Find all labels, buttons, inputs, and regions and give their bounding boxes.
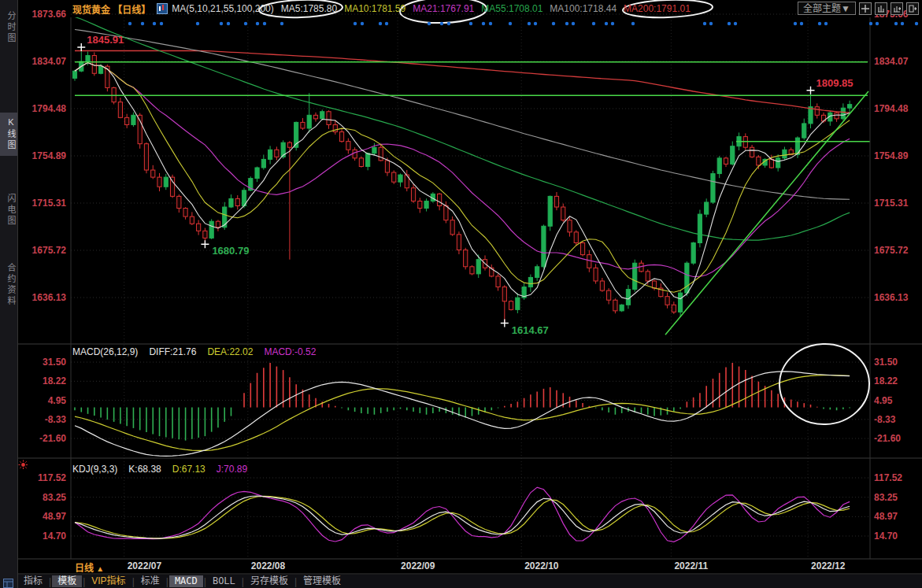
detach-window-icon[interactable] <box>906 2 919 15</box>
ma100-value: MA100:1718.44 <box>550 3 617 14</box>
kdj-d-value: D:67.13 <box>172 464 206 475</box>
toolbar-tab-4[interactable]: 标准 <box>135 575 165 587</box>
chart-header: 现货黄金 【日线】 MA(5,10,21,55,100,200) MA5:178… <box>18 0 922 17</box>
axis-label: 1636.13 <box>32 292 67 303</box>
sidebar: 分时图K线图闪电图合约资料 <box>0 0 18 588</box>
axis-label: -8.33 <box>874 414 896 425</box>
ma100-line <box>75 30 850 200</box>
axis-label: 1715.31 <box>874 198 909 209</box>
axis-label: 1636.13 <box>874 292 909 303</box>
axis-label: 1715.31 <box>32 198 67 209</box>
axis-label: 1675.72 <box>32 245 67 256</box>
kdj-title: KDJ(9,3,3) <box>72 464 117 475</box>
macd-dea-value: DEA:22.02 <box>207 346 253 357</box>
axis-label: 2022/08 <box>251 560 286 571</box>
trend-drawn-line[interactable] <box>665 91 868 335</box>
axis-label: 4.95 <box>48 395 67 406</box>
sidebar-item-2[interactable]: K线图 <box>0 113 17 156</box>
axis-label: 18.22 <box>43 375 66 386</box>
axis-label: 14.70 <box>874 531 898 542</box>
axis-label: 1754.89 <box>874 150 909 161</box>
price-mark-label: 1614.67 <box>512 324 549 336</box>
axis-label: 2022/10 <box>524 560 559 571</box>
ma55-value: MA55:1708.01 <box>481 3 542 14</box>
toolbar-tab-7[interactable]: 另存模板 <box>245 575 294 587</box>
price-cross-marker <box>77 43 85 51</box>
axis-label: 2022/11 <box>674 560 708 571</box>
kdj-panel-header: KDJ(9,3,3) K:68.38 D:67.13 J:70.89 <box>72 464 247 475</box>
pan-icon[interactable] <box>859 2 872 15</box>
macd-diff-value: DIFF:21.76 <box>149 346 196 357</box>
ma200-value: MA200:1791.01 <box>624 3 691 14</box>
macd-title: MACD(26,12,9) <box>72 346 138 357</box>
price-cross-marker <box>201 240 209 248</box>
axis-label: 14.70 <box>43 531 66 542</box>
axis-label: 31.50 <box>43 357 66 368</box>
ma10-value: MA10:1781.59 <box>344 3 405 14</box>
period-dropdown-arrow-icon: ▲ <box>96 564 104 573</box>
macd-layer[interactable] <box>75 363 850 456</box>
chart-canvas[interactable]: 1873.661873.661834.071834.071794.481794.… <box>0 0 922 588</box>
axis-label: 2022/12 <box>811 560 846 571</box>
axis-label: 1794.48 <box>874 103 909 114</box>
trading-app-window: 1873.661873.661834.071834.071794.481794.… <box>0 0 922 588</box>
toolbar-tab-6[interactable]: BOLL <box>207 575 241 587</box>
axis-label: 83.25 <box>874 492 898 503</box>
kdj-layer[interactable] <box>75 487 850 542</box>
price-mark-label: 1809.85 <box>816 77 853 89</box>
axis-label: 117.52 <box>38 472 66 483</box>
zoom-fit-icon[interactable] <box>875 2 887 15</box>
axis-label: 2022/09 <box>401 560 435 571</box>
axis-label: 1794.48 <box>32 103 67 114</box>
highlight-ellipse-annotation <box>778 342 870 426</box>
ma200-line <box>75 51 850 113</box>
ma21-value: MA21:1767.91 <box>413 3 474 14</box>
axis-label: 117.52 <box>874 472 902 483</box>
toolbar-tab-1[interactable]: 指标 <box>18 575 48 587</box>
axis-label: 4.95 <box>874 395 893 406</box>
axis-label: 48.97 <box>43 511 66 522</box>
axis-label: 1675.72 <box>874 245 909 256</box>
theme-selector-button[interactable]: 全部主题▼ <box>798 2 856 15</box>
price-mark-label: 1680.79 <box>212 245 249 257</box>
ma5-value: MA5:1785.80 <box>281 3 337 14</box>
axis-label: -21.60 <box>39 433 66 444</box>
sidebar-item-1[interactable]: 分时图 <box>0 6 17 49</box>
diff-line <box>75 372 850 457</box>
period-label: 日线 <box>75 563 94 574</box>
macd-panel-header: MACD(26,12,9) DIFF:21.76 DEA:22.02 MACD:… <box>72 346 316 357</box>
ma10-line <box>75 63 850 293</box>
candlestick-series <box>72 47 851 323</box>
window-layout-icon[interactable] <box>3 577 13 588</box>
axis-label: -21.60 <box>874 433 901 444</box>
sidebar-item-4[interactable]: 合约资料 <box>0 258 17 312</box>
axis-label: 31.50 <box>874 357 898 368</box>
toolbar-tab-5[interactable]: MACD <box>169 575 203 587</box>
j-line <box>75 487 850 542</box>
scale-right-icon[interactable] <box>891 2 903 15</box>
symbol-title: 现货黄金 【日线】 <box>72 2 150 16</box>
axis-label: 83.25 <box>43 492 66 503</box>
toolbar-tab-2[interactable]: 模板 <box>52 575 82 587</box>
event-dot-markers <box>128 22 918 25</box>
axis-labels: 1873.661873.661834.071834.071794.481794.… <box>17 9 922 574</box>
kdj-k-value: K:68.38 <box>128 464 161 475</box>
main-chart-layer[interactable] <box>72 17 870 335</box>
axis-label: 2022/07 <box>128 560 162 571</box>
axis-label: 1834.07 <box>32 56 67 67</box>
kline-settings-icon[interactable] <box>157 3 168 14</box>
price-cross-marker <box>501 320 509 327</box>
axis-label: 1754.89 <box>32 150 67 161</box>
toolbar-tab-3[interactable]: VIP指标 <box>86 575 131 587</box>
axis-label: 18.22 <box>874 375 898 386</box>
bottom-toolbar: 指标|模板|VIP指标|标准|MACD|BOLL|另存模板|管理模板 <box>18 575 922 588</box>
axis-label: -8.33 <box>45 414 67 425</box>
axis-label: 48.97 <box>874 511 898 522</box>
toolbar-tab-8[interactable]: 管理模板 <box>298 575 346 587</box>
sidebar-item-3[interactable]: 闪电图 <box>0 189 17 231</box>
kdj-j-value: J:70.89 <box>217 464 247 475</box>
axis-label: 1834.07 <box>874 56 909 67</box>
indicator-settings-icon[interactable] <box>18 459 28 473</box>
period-selector[interactable]: 日线 ▲ <box>75 560 104 574</box>
macd-hist-value: MACD:-0.52 <box>264 346 316 357</box>
